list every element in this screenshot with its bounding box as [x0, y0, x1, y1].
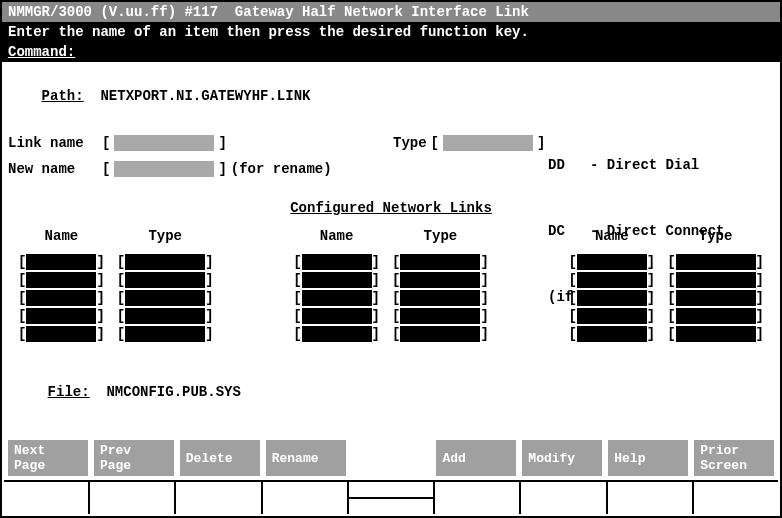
title-bar: NMMGR/3000 (V.uu.ff) #117 Gateway Half N… — [2, 2, 780, 22]
new-name-input[interactable] — [114, 161, 214, 177]
link-type-cell[interactable] — [400, 326, 480, 342]
link-type-cell[interactable] — [125, 308, 205, 324]
link-name-cell[interactable] — [302, 272, 372, 288]
path-value: NETXPORT.NI.GATEWYHF.LINK — [100, 88, 310, 104]
status-cell — [521, 482, 607, 514]
fkey-prev-page[interactable]: Prev Page — [94, 440, 174, 476]
link-type-cell[interactable] — [125, 326, 205, 342]
fkey-modify[interactable]: Modify — [522, 440, 602, 476]
fkey-add[interactable]: Add — [436, 440, 516, 476]
col-pair-1: Name [] [] [] [] [] Type [] [] [] [] [] — [18, 228, 214, 344]
status-cell — [263, 482, 349, 514]
link-name-cell[interactable] — [302, 326, 372, 342]
status-strip — [4, 480, 778, 514]
type-input[interactable] — [443, 135, 533, 151]
status-cell — [90, 482, 176, 514]
link-name-cell[interactable] — [302, 308, 372, 324]
path-label: Path: — [42, 88, 84, 104]
file-label: File: — [48, 384, 90, 400]
link-name-input[interactable] — [114, 135, 214, 151]
command-input[interactable] — [79, 44, 774, 60]
link-type-cell[interactable] — [125, 290, 205, 306]
status-cell — [608, 482, 694, 514]
rename-hint: (for rename) — [231, 158, 332, 180]
status-cell-split — [349, 482, 435, 514]
link-type-cell[interactable] — [400, 254, 480, 270]
fkey-next-page[interactable]: Next Page — [8, 440, 88, 476]
new-name-label: New name — [8, 158, 98, 180]
file-value: NMCONFIG.PUB.SYS — [106, 384, 240, 400]
fkey-delete[interactable]: Delete — [180, 440, 260, 476]
link-name-label: Link name — [8, 132, 98, 154]
link-name-cell[interactable] — [302, 290, 372, 306]
legend-dc: DC - Direct Connect — [548, 220, 724, 242]
fkey-prior-screen[interactable]: Prior Screen — [694, 440, 774, 476]
fkey-rename[interactable]: Rename — [266, 440, 346, 476]
link-name-cell[interactable] — [26, 272, 96, 288]
command-label: Command: — [8, 44, 75, 60]
col-header-name: Name — [293, 228, 380, 244]
link-type-cell[interactable] — [400, 308, 480, 324]
col-header-type: Type — [392, 228, 489, 244]
legend-ifnew: (if new) — [548, 286, 724, 308]
link-name-cell[interactable] — [302, 254, 372, 270]
status-cell — [176, 482, 262, 514]
col-header-name: Name — [18, 228, 105, 244]
link-name-cell[interactable] — [26, 326, 96, 342]
link-type-cell[interactable] — [125, 254, 205, 270]
function-key-row: Next Page Prev Page Delete Rename Add Mo… — [4, 440, 778, 476]
link-type-cell[interactable] — [400, 290, 480, 306]
link-name-cell[interactable] — [26, 308, 96, 324]
instruction-line: Enter the name of an item then press the… — [2, 22, 780, 42]
link-type-cell[interactable] — [400, 272, 480, 288]
status-cell — [4, 482, 90, 514]
fkey-help[interactable]: Help — [608, 440, 688, 476]
legend-dd: DD - Direct Dial — [548, 154, 724, 176]
link-name-cell[interactable] — [26, 290, 96, 306]
status-cell — [694, 482, 778, 514]
status-cell — [435, 482, 521, 514]
fkey-spacer — [352, 440, 431, 476]
command-line[interactable]: Command: — [2, 42, 780, 62]
col-header-type: Type — [117, 228, 214, 244]
link-name-cell[interactable] — [26, 254, 96, 270]
col-pair-2: Name [] [] [] [] [] Type [] [] [] [] [] — [293, 228, 489, 344]
type-label: Type — [393, 132, 427, 154]
link-type-cell[interactable] — [125, 272, 205, 288]
